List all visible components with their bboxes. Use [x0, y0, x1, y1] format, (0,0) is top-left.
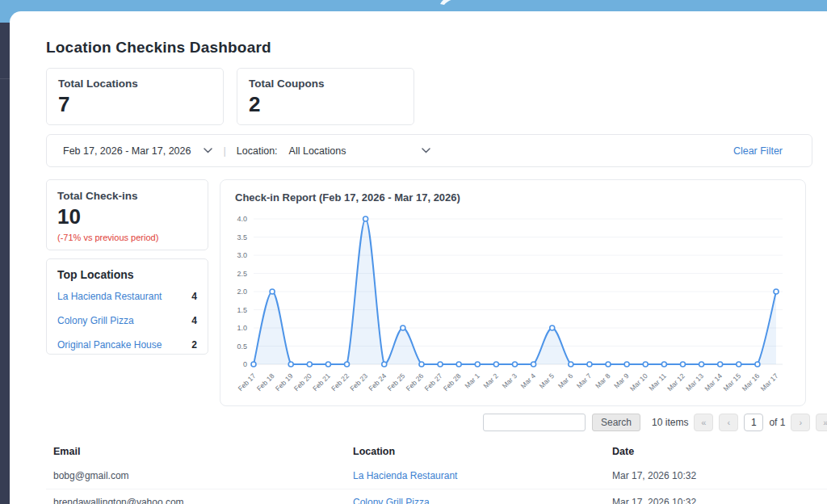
- cell-date: Mar 17, 2026 10:32: [605, 497, 827, 504]
- list-item: Original Pancake House 2: [57, 333, 197, 357]
- svg-text:Mar 4: Mar 4: [519, 372, 538, 390]
- pagination-of-label: of 1: [769, 417, 785, 428]
- svg-text:Mar 10: Mar 10: [628, 372, 649, 393]
- stat-value: 2: [249, 94, 402, 115]
- svg-text:2.0: 2.0: [237, 288, 247, 296]
- date-range-value: Feb 17, 2026 - Mar 17, 2026: [63, 145, 191, 157]
- stat-label: Total Locations: [58, 78, 212, 90]
- svg-text:Mar 12: Mar 12: [665, 372, 686, 393]
- location-link[interactable]: Original Pancake House: [57, 339, 162, 351]
- checkins-label: Total Check-ins: [57, 190, 197, 202]
- pagination-page-input[interactable]: 1: [744, 414, 763, 431]
- stat-value: 7: [58, 94, 212, 115]
- svg-text:Feb 22: Feb 22: [330, 372, 351, 393]
- items-count-label: 10 items: [652, 417, 688, 428]
- checkin-report-card: Check-in Report (Feb 17, 2026 - Mar 17, …: [220, 179, 806, 406]
- svg-text:Mar 14: Mar 14: [703, 372, 724, 393]
- table-row: bobg@gmail.comLa Hacienda RestaurantMar …: [46, 462, 827, 489]
- location-link[interactable]: La Hacienda Restaurant: [353, 470, 457, 481]
- pagination-last-button[interactable]: »: [816, 414, 827, 431]
- column-header-email: Email: [46, 446, 346, 457]
- svg-text:Mar 7: Mar 7: [575, 372, 594, 390]
- stat-card-total-coupons: Total Coupons 2: [237, 68, 414, 125]
- svg-text:3.0: 3.0: [237, 251, 247, 259]
- list-item: La Hacienda Restaurant 4: [57, 284, 197, 309]
- checkin-chart: 00.51.01.52.02.53.03.54.0Feb 17Feb 18Feb…: [220, 196, 797, 400]
- location-link[interactable]: Colony Grill Pizza: [353, 497, 430, 504]
- svg-text:Mar 13: Mar 13: [684, 372, 705, 393]
- checkins-table: Email Location Date bobg@gmail.comLa Hac…: [46, 441, 827, 504]
- svg-text:Feb 26: Feb 26: [405, 372, 426, 393]
- brand-logo-icon: [439, 0, 460, 6]
- location-count: 2: [191, 339, 197, 351]
- total-checkins-card: Total Check-ins 10 (-71% vs previous per…: [46, 179, 208, 250]
- svg-text:Mar 15: Mar 15: [721, 372, 742, 393]
- svg-text:Feb 17: Feb 17: [237, 372, 258, 393]
- svg-text:Mar 6: Mar 6: [556, 372, 575, 390]
- cell-location: La Hacienda Restaurant: [346, 470, 605, 481]
- svg-text:Mar 3: Mar 3: [500, 372, 518, 390]
- stat-label: Total Coupons: [249, 78, 402, 90]
- checkins-value: 10: [57, 206, 197, 227]
- location-label: Location:: [237, 145, 278, 157]
- date-range-select[interactable]: Feb 17, 2026 - Mar 17, 2026: [63, 145, 212, 157]
- svg-text:Mar 8: Mar 8: [594, 372, 612, 390]
- svg-text:Mar 2: Mar 2: [481, 372, 500, 390]
- list-item: Colony Grill Pizza 4: [57, 309, 197, 333]
- cell-email: brendawallington@yahoo.com: [46, 497, 346, 504]
- svg-text:Mar 17: Mar 17: [759, 372, 780, 393]
- location-link[interactable]: Colony Grill Pizza: [57, 315, 134, 326]
- stat-card-total-locations: Total Locations 7: [46, 68, 224, 125]
- table-toolbar: Search 10 items « ‹ 1 of 1 › »: [483, 414, 827, 431]
- svg-text:Feb 25: Feb 25: [385, 372, 406, 393]
- location-select[interactable]: All Locations: [289, 145, 430, 157]
- svg-text:0: 0: [243, 360, 247, 368]
- filter-divider: |: [223, 145, 225, 157]
- filter-bar: Feb 17, 2026 - Mar 17, 2026 | Location: …: [46, 134, 812, 167]
- search-input[interactable]: [483, 414, 586, 431]
- table-body: bobg@gmail.comLa Hacienda RestaurantMar …: [46, 462, 827, 504]
- svg-text:Feb 19: Feb 19: [274, 372, 295, 393]
- svg-text:2.5: 2.5: [237, 270, 247, 278]
- checkins-delta-note: (-71% vs previous period): [57, 233, 197, 242]
- svg-text:Feb 20: Feb 20: [292, 372, 313, 393]
- svg-text:Feb 21: Feb 21: [311, 372, 332, 393]
- location-count: 4: [191, 291, 197, 302]
- svg-text:Feb 18: Feb 18: [255, 372, 276, 393]
- cell-date: Mar 17, 2026 10:32: [605, 470, 827, 481]
- page-title: Location Checkins Dashboard: [46, 39, 271, 57]
- pagination-prev-button[interactable]: ‹: [719, 414, 738, 431]
- svg-text:0.5: 0.5: [237, 342, 247, 351]
- search-button[interactable]: Search: [592, 414, 640, 431]
- cell-email: bobg@gmail.com: [46, 470, 346, 481]
- pagination-next-button[interactable]: ›: [791, 414, 810, 431]
- table-row: brendawallington@yahoo.comColony Grill P…: [46, 489, 827, 504]
- chevron-down-icon: [204, 148, 212, 153]
- svg-text:Feb 23: Feb 23: [348, 372, 369, 393]
- svg-text:Mar 5: Mar 5: [538, 372, 556, 390]
- location-value: All Locations: [289, 145, 346, 157]
- svg-text:3.5: 3.5: [237, 233, 247, 242]
- main-content: Location Checkins Dashboard Total Locati…: [10, 11, 827, 504]
- location-link[interactable]: La Hacienda Restaurant: [57, 291, 162, 302]
- svg-text:4.0: 4.0: [237, 215, 247, 223]
- svg-text:Mar 11: Mar 11: [647, 372, 668, 393]
- sidebar-divider: [0, 78, 10, 79]
- svg-text:Mar 1: Mar 1: [463, 372, 481, 390]
- top-locations-card: Top Locations La Hacienda Restaurant 4 C…: [46, 258, 208, 355]
- clear-filter-link[interactable]: Clear Filter: [733, 145, 783, 157]
- svg-text:Feb 27: Feb 27: [423, 372, 444, 393]
- svg-text:Feb 24: Feb 24: [367, 372, 388, 393]
- svg-text:1.5: 1.5: [237, 306, 247, 314]
- location-count: 4: [191, 315, 197, 326]
- svg-text:1.0: 1.0: [237, 324, 247, 332]
- svg-text:Mar 16: Mar 16: [741, 372, 762, 393]
- column-header-date: Date: [605, 446, 827, 457]
- chevron-down-icon: [422, 148, 430, 153]
- pagination-first-button[interactable]: «: [694, 414, 713, 431]
- cell-location: Colony Grill Pizza: [346, 497, 605, 504]
- svg-text:Feb 28: Feb 28: [442, 372, 463, 393]
- table-header-row: Email Location Date: [46, 441, 827, 462]
- column-header-location: Location: [346, 446, 605, 457]
- top-locations-title: Top Locations: [57, 268, 197, 281]
